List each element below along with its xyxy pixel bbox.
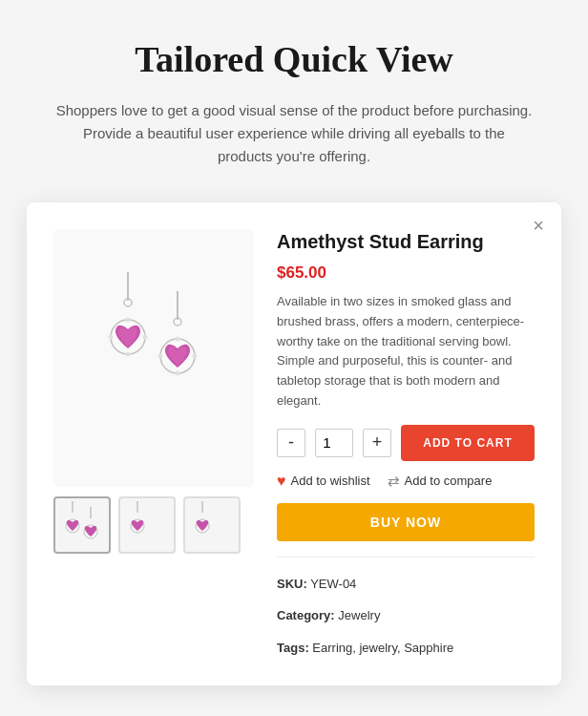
quick-view-modal: × xyxy=(27,202,561,685)
tags-value: Earring, jewelry, Sapphire xyxy=(312,641,453,655)
quantity-row: - + ADD TO CART xyxy=(277,425,535,461)
svg-point-11 xyxy=(193,354,198,359)
quantity-input[interactable] xyxy=(315,429,353,457)
svg-point-22 xyxy=(90,524,92,526)
svg-point-5 xyxy=(126,352,131,357)
svg-point-19 xyxy=(65,525,67,527)
svg-point-23 xyxy=(96,531,98,533)
add-to-compare-link[interactable]: ⇄ Add to compare xyxy=(388,473,493,490)
svg-point-6 xyxy=(109,335,114,340)
thumbnail-1[interactable] xyxy=(53,496,111,554)
sku-label: SKU: xyxy=(277,577,307,591)
product-description: Available in two sizes in smoked glass a… xyxy=(277,292,535,411)
thumbnail-3[interactable] xyxy=(183,496,241,554)
page-description: Shoppers love to get a good visual sense… xyxy=(55,99,533,168)
svg-point-16 xyxy=(72,518,74,520)
wishlist-compare-row: ♥ Add to wishlist ⇄ Add to compare xyxy=(277,473,535,490)
add-to-cart-button[interactable]: ADD TO CART xyxy=(401,425,535,461)
sku-value: YEW-04 xyxy=(310,577,356,591)
product-category: Category: Jewelry xyxy=(277,604,535,626)
buy-now-button[interactable]: BUY NOW xyxy=(277,503,535,541)
divider xyxy=(277,557,535,558)
category-label: Category: xyxy=(277,608,335,622)
tags-label: Tags: xyxy=(277,641,309,655)
svg-point-4 xyxy=(143,335,148,340)
modal-body: Amethyst Stud Earring $65.00 Available i… xyxy=(53,229,535,659)
svg-point-24 xyxy=(90,537,92,539)
product-tags: Tags: Earring, jewelry, Sapphire xyxy=(277,637,535,659)
earring-illustration xyxy=(92,263,216,453)
svg-point-18 xyxy=(72,532,74,534)
svg-point-3 xyxy=(126,318,131,323)
page-title: Tailored Quick View xyxy=(135,38,453,80)
wishlist-label: Add to wishlist xyxy=(291,474,370,488)
main-product-image xyxy=(53,229,254,487)
compare-icon: ⇄ xyxy=(388,473,400,490)
close-button[interactable]: × xyxy=(533,216,544,235)
product-images xyxy=(53,229,254,659)
quantity-decrease-button[interactable]: - xyxy=(277,429,305,457)
product-name: Amethyst Stud Earring xyxy=(277,229,535,254)
product-price: $65.00 xyxy=(277,263,535,283)
compare-label: Add to compare xyxy=(405,474,493,488)
svg-point-12 xyxy=(176,371,180,376)
svg-point-13 xyxy=(158,354,163,359)
quantity-increase-button[interactable]: + xyxy=(363,429,391,457)
heart-icon: ♥ xyxy=(277,473,286,490)
svg-point-17 xyxy=(78,525,80,527)
category-value: Jewelry xyxy=(338,608,380,622)
add-to-wishlist-link[interactable]: ♥ Add to wishlist xyxy=(277,473,370,490)
thumbnail-2[interactable] xyxy=(118,496,176,554)
svg-point-10 xyxy=(176,337,180,342)
svg-point-25 xyxy=(83,531,85,533)
product-sku: SKU: YEW-04 xyxy=(277,573,535,595)
product-details: Amethyst Stud Earring $65.00 Available i… xyxy=(277,229,535,659)
thumbnail-list xyxy=(53,496,254,554)
